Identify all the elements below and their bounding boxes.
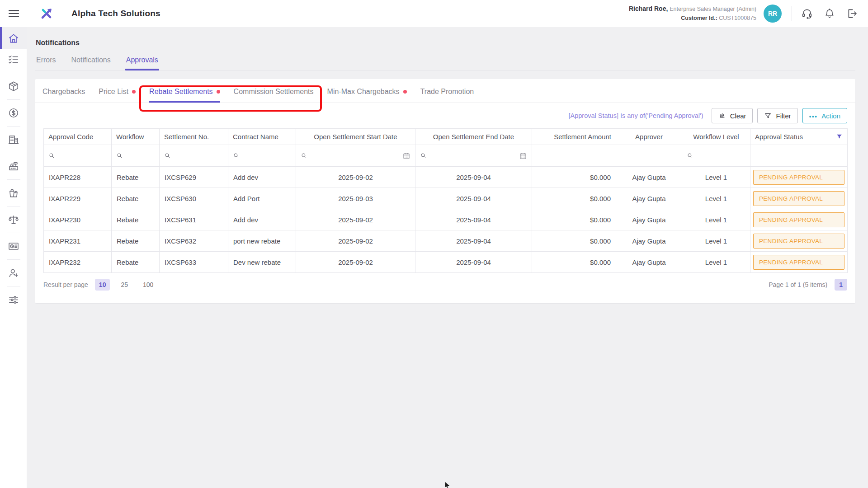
page-size-25[interactable]: 25 bbox=[117, 279, 132, 291]
search-cell-approval-code[interactable] bbox=[44, 145, 112, 167]
bell-icon[interactable] bbox=[824, 8, 835, 19]
cell-settlement-amount: $0.000 bbox=[532, 230, 616, 252]
search-input-workflow[interactable] bbox=[126, 151, 155, 160]
page-size-10[interactable]: 10 bbox=[95, 279, 110, 291]
search-icon bbox=[164, 152, 171, 159]
hamburger-menu-button[interactable] bbox=[0, 0, 27, 27]
sidebar-divider bbox=[7, 206, 20, 206]
column-header-approver[interactable]: Approver bbox=[616, 129, 682, 145]
subtab-commission-settlements[interactable]: Commission Settlements bbox=[234, 79, 314, 103]
subtab-rebate-settlements[interactable]: Rebate Settlements bbox=[149, 79, 220, 103]
search-input-contract-name[interactable] bbox=[243, 151, 291, 160]
column-header-workflow-level[interactable]: Workflow Level bbox=[682, 129, 750, 145]
cell-open-settlement-start-date: 2025-09-02 bbox=[296, 230, 415, 252]
mouse-cursor bbox=[445, 482, 450, 488]
table-row[interactable]: IXAPR230RebateIXCSP631Add dev2025-09-022… bbox=[44, 209, 848, 230]
cell-open-settlement-start-date: 2025-09-03 bbox=[296, 188, 415, 209]
sidebar-item-pricing[interactable] bbox=[0, 103, 27, 123]
status-badge: PENDING APPROVAL bbox=[753, 255, 844, 270]
search-cell-approver bbox=[616, 145, 682, 167]
page-number-button[interactable]: 1 bbox=[835, 279, 847, 291]
cell-open-settlement-end-date: 2025-09-04 bbox=[415, 230, 532, 252]
sidebar-item-reports[interactable] bbox=[0, 236, 27, 257]
search-cell-workflow[interactable] bbox=[112, 145, 160, 167]
app-logo[interactable] bbox=[33, 0, 61, 27]
sidebar-divider bbox=[7, 153, 20, 153]
sidebar-item-tasks[interactable] bbox=[0, 49, 27, 70]
approval-subtabs: ChargebacksPrice ListRebate SettlementsC… bbox=[35, 79, 855, 103]
logout-icon[interactable] bbox=[846, 8, 858, 19]
action-button[interactable]: ••• Action bbox=[802, 108, 847, 123]
filter-filled-icon[interactable] bbox=[836, 133, 843, 140]
subtab-price-list[interactable]: Price List bbox=[99, 79, 136, 103]
status-badge: PENDING APPROVAL bbox=[753, 234, 844, 249]
tab-errors[interactable]: Errors bbox=[35, 56, 57, 70]
package-icon bbox=[8, 80, 19, 92]
cell-open-settlement-start-date: 2025-09-02 bbox=[296, 167, 415, 188]
dollar-coin-icon bbox=[8, 107, 19, 119]
search-cell-contract-name[interactable] bbox=[228, 145, 296, 167]
calendar-icon[interactable] bbox=[402, 152, 410, 160]
shopping-bags-icon bbox=[8, 187, 19, 199]
column-header-label: Approval Status bbox=[755, 133, 803, 141]
search-input-settlement-no[interactable] bbox=[174, 151, 223, 160]
table-footer: Result per page 1025100 Page 1 of 1 (5 i… bbox=[35, 273, 855, 291]
active-filter-summary: [Approval Status] Is any of('Pending App… bbox=[569, 112, 703, 119]
sidebar-item-settings[interactable] bbox=[0, 289, 27, 310]
calendar-icon[interactable] bbox=[519, 152, 527, 160]
sidebar-item-purchases[interactable] bbox=[0, 183, 27, 203]
filter-button-label: Filter bbox=[776, 112, 791, 120]
column-header-contract-name[interactable]: Contract Name bbox=[228, 129, 296, 145]
table-row[interactable]: IXAPR231RebateIXCSP632port new rebate202… bbox=[44, 230, 848, 252]
avatar[interactable]: RR bbox=[764, 5, 782, 23]
table-row[interactable]: IXAPR228RebateIXCSP629Add dev2025-09-022… bbox=[44, 167, 848, 188]
pagination: Page 1 of 1 (5 items) 1 bbox=[769, 279, 847, 291]
cell-approval-status: PENDING APPROVAL bbox=[750, 230, 848, 252]
search-cell-open-settlement-end-date[interactable] bbox=[415, 145, 532, 167]
search-icon bbox=[48, 152, 55, 159]
column-header-settlement-amount[interactable]: Settlement Amount bbox=[532, 129, 616, 145]
search-cell-open-settlement-start-date[interactable] bbox=[296, 145, 415, 167]
tab-notifications[interactable]: Notifications bbox=[71, 56, 112, 70]
clear-button[interactable]: Clear bbox=[712, 108, 753, 123]
sidebar bbox=[0, 27, 27, 488]
tab-approvals[interactable]: Approvals bbox=[125, 56, 159, 70]
sidebar-divider bbox=[7, 259, 20, 260]
subtab-trade-promotion[interactable]: Trade Promotion bbox=[420, 79, 474, 103]
sidebar-item-sales[interactable] bbox=[0, 156, 27, 177]
search-input-workflow-level[interactable] bbox=[697, 151, 745, 160]
column-header-approval-status[interactable]: Approval Status bbox=[750, 129, 848, 145]
sidebar-item-organization[interactable] bbox=[0, 129, 27, 150]
cell-settlement-no: IXCSP631 bbox=[160, 209, 228, 230]
page-size-100[interactable]: 100 bbox=[139, 279, 157, 291]
table-row[interactable]: IXAPR232RebateIXCSP633Dev new rebate2025… bbox=[44, 252, 848, 273]
sidebar-item-compliance[interactable] bbox=[0, 209, 27, 230]
column-header-open-settlement-end-date[interactable]: Open Settlement End Date bbox=[415, 129, 532, 145]
cell-settlement-amount: $0.000 bbox=[532, 167, 616, 188]
search-input-open-settlement-start-date[interactable] bbox=[311, 151, 399, 160]
ellipsis-icon: ••• bbox=[809, 113, 817, 120]
filter-button[interactable]: Filter bbox=[757, 108, 797, 123]
approvals-card: ChargebacksPrice ListRebate SettlementsC… bbox=[35, 79, 855, 303]
search-input-approval-code[interactable] bbox=[58, 151, 107, 160]
column-header-approval-code[interactable]: Approval Code bbox=[44, 129, 112, 145]
table-row[interactable]: IXAPR229RebateIXCSP630Add Port2025-09-03… bbox=[44, 188, 848, 209]
subtab-chargebacks[interactable]: Chargebacks bbox=[42, 79, 85, 103]
column-header-open-settlement-start-date[interactable]: Open Settlement Start Date bbox=[296, 129, 415, 145]
sidebar-item-home[interactable] bbox=[0, 27, 27, 49]
page-head: Notifications ErrorsNotificationsApprova… bbox=[27, 27, 868, 70]
search-cell-workflow-level[interactable] bbox=[682, 145, 750, 167]
search-input-open-settlement-end-date[interactable] bbox=[430, 151, 516, 160]
sidebar-item-add-user[interactable] bbox=[0, 263, 27, 283]
sidebar-item-products[interactable] bbox=[0, 76, 27, 97]
column-header-workflow[interactable]: Workflow bbox=[112, 129, 160, 145]
headset-icon[interactable] bbox=[801, 8, 813, 19]
cash-register-icon bbox=[8, 160, 19, 172]
sidebar-divider bbox=[7, 179, 20, 180]
subtab-min-max-chargebacks[interactable]: Min-Max Chargebacks bbox=[327, 79, 407, 103]
column-header-settlement-no[interactable]: Settlement No. bbox=[160, 129, 228, 145]
cell-open-settlement-end-date: 2025-09-04 bbox=[415, 209, 532, 230]
scales-icon bbox=[8, 214, 19, 225]
search-cell-settlement-no[interactable] bbox=[160, 145, 228, 167]
cell-approval-status: PENDING APPROVAL bbox=[750, 209, 848, 230]
